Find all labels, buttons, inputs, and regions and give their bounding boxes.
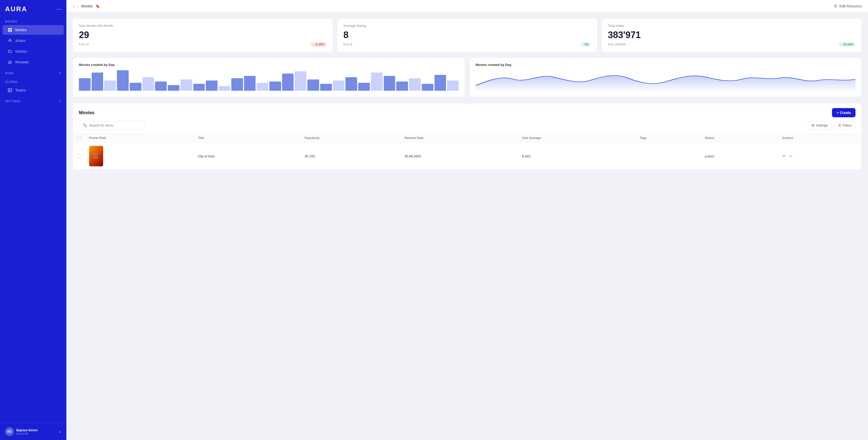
breadcrumb: ⌂ > Movies 🔖 xyxy=(72,4,100,8)
chevron-up-icon[interactable]: ▲ xyxy=(58,430,61,433)
sidebar-item-label: Movies xyxy=(15,28,27,32)
col-status: Status xyxy=(701,134,778,143)
logo: AURA xyxy=(5,5,27,13)
bar-23 xyxy=(371,72,383,91)
stat-badge-0: ↓ -6.45% xyxy=(310,42,327,47)
bar-4 xyxy=(130,83,142,91)
bar-21 xyxy=(345,77,357,91)
bar-14 xyxy=(256,83,268,91)
row-checkbox[interactable] xyxy=(77,154,81,158)
edit-resource-button[interactable]: ⚙ Edit Resource xyxy=(834,4,862,8)
sidebar-item-genres[interactable]: Genres xyxy=(3,47,64,56)
search-box[interactable]: 🔍 xyxy=(79,121,145,129)
bar-chart-title: Movies created by Day xyxy=(79,63,459,67)
bar-29 xyxy=(447,81,459,91)
bar-16 xyxy=(282,74,294,91)
col-release-date: Release Date xyxy=(400,134,518,143)
grid-icon xyxy=(8,28,12,32)
user-subtitle: AuraCMS xyxy=(16,432,37,435)
select-all-checkbox[interactable] xyxy=(77,136,81,140)
edit-icon[interactable]: ✏ xyxy=(789,154,793,159)
col-poster: Poster Path xyxy=(85,134,194,143)
sidebar-item-movies[interactable]: Movies xyxy=(3,25,64,35)
user-info: Bajram Emini AuraCMS xyxy=(16,428,37,435)
col-title: Title xyxy=(194,134,301,143)
user-profile[interactable]: BE Bajram Emini AuraCMS xyxy=(5,427,37,436)
bar-3 xyxy=(117,70,129,91)
bar-6 xyxy=(155,82,167,91)
row-popularity-cell: 35.703 xyxy=(301,143,400,170)
area-chart-title: Movies created by Day xyxy=(475,63,856,67)
sidebar: AURA — MOVIES Movies Actors Genres Revie… xyxy=(0,0,66,440)
table-toolbar: 🔍 ⊞ Settings ☰ Filters xyxy=(73,121,862,133)
bar-18 xyxy=(307,80,319,91)
bar-2 xyxy=(104,81,116,91)
sidebar-item-actors[interactable]: Actors xyxy=(3,36,64,46)
search-icon: 🔍 xyxy=(83,123,87,127)
settings-button[interactable]: ⊞ Settings xyxy=(808,121,832,129)
content-area: New Movies this Month 29 from 31 ↓ -6.45… xyxy=(66,12,868,176)
sidebar-item-teams[interactable]: Teams xyxy=(3,85,64,95)
bar-13 xyxy=(244,76,256,91)
view-icon[interactable]: 👁 xyxy=(782,154,786,158)
stat-card-1: Average Rating 8 from 8 ↑ 0% xyxy=(337,19,597,52)
settings-add-button[interactable]: + xyxy=(59,99,61,104)
stat-footer-0: from 31 ↓ -6.45% xyxy=(79,42,327,47)
stat-badge-1: ↑ 0% xyxy=(580,42,591,47)
sidebar-header: AURA — xyxy=(0,0,66,17)
action-icons: 👁 ✏ xyxy=(782,154,858,159)
table-head: Poster Path Title Popularity Release Dat… xyxy=(73,134,862,143)
svg-point-4 xyxy=(9,39,11,40)
stat-from-1: from 8 xyxy=(343,43,352,46)
sidebar-item-reviews[interactable]: Reviews xyxy=(3,57,64,67)
settings-icon: ⊞ xyxy=(812,123,814,127)
bar-8 xyxy=(181,80,192,91)
table-row: CITYOFGOD City of God 35.703 30.08.2002 … xyxy=(73,143,862,170)
bar-26 xyxy=(409,78,421,91)
svg-rect-0 xyxy=(8,28,10,30)
stat-label-2: Total Votes xyxy=(608,24,856,28)
stat-label-1: Average Rating xyxy=(343,24,591,28)
status-badge: publish xyxy=(705,154,715,158)
topbar: ⌂ > Movies 🔖 ⚙ Edit Resource xyxy=(66,0,868,12)
bar-20 xyxy=(333,81,345,91)
svg-rect-2 xyxy=(8,30,10,32)
col-tags: Tags xyxy=(636,134,701,143)
bookmark-icon[interactable]: 🔖 xyxy=(95,4,100,8)
svg-marker-5 xyxy=(8,61,12,64)
home-icon[interactable]: ⌂ xyxy=(72,4,75,8)
bar-27 xyxy=(422,84,433,91)
create-button[interactable]: + Create xyxy=(832,108,856,117)
row-poster-cell: CITYOFGOD xyxy=(85,143,194,170)
bar-15 xyxy=(269,82,281,91)
sidebar-item-label: Genres xyxy=(15,49,27,53)
toolbar-right: ⊞ Settings ☰ Filters xyxy=(808,121,856,129)
filters-button[interactable]: ☰ Filters xyxy=(834,121,856,129)
main-content: ⌂ > Movies 🔖 ⚙ Edit Resource New Movies … xyxy=(66,0,868,440)
bar-7 xyxy=(168,85,180,91)
bar-28 xyxy=(435,75,446,91)
collapse-button[interactable]: — xyxy=(57,6,61,12)
row-tags-cell xyxy=(636,143,701,170)
bar-0 xyxy=(79,78,91,91)
col-vote-average: Vote Average xyxy=(518,134,636,143)
stats-row: New Movies this Month 29 from 31 ↓ -6.45… xyxy=(72,19,862,52)
section-label-settings: SETTINGS xyxy=(5,100,21,103)
stat-value-2: 383'971 xyxy=(608,30,856,40)
svg-rect-6 xyxy=(8,88,12,92)
stat-card-0: New Movies this Month 29 from 31 ↓ -6.45… xyxy=(72,19,333,52)
section-label-movies: MOVIES xyxy=(0,17,66,25)
table-header-row: Poster Path Title Popularity Release Dat… xyxy=(73,134,862,143)
search-input[interactable] xyxy=(89,123,142,127)
edit-resource-label: Edit Resource xyxy=(839,4,862,8)
stat-value-0: 29 xyxy=(79,30,327,40)
aura-add-button[interactable]: + xyxy=(59,70,61,76)
arrow-up-icon: ↑ xyxy=(582,43,584,46)
row-vote-average-cell: 8.433 xyxy=(518,143,636,170)
arrow-down-icon: ↓ xyxy=(312,43,314,46)
row-status-cell: publish xyxy=(701,143,778,170)
stat-footer-1: from 8 ↑ 0% xyxy=(343,42,591,47)
section-label-aura: AURA xyxy=(5,72,14,75)
bar-11 xyxy=(219,86,230,91)
folder-icon xyxy=(8,49,12,54)
